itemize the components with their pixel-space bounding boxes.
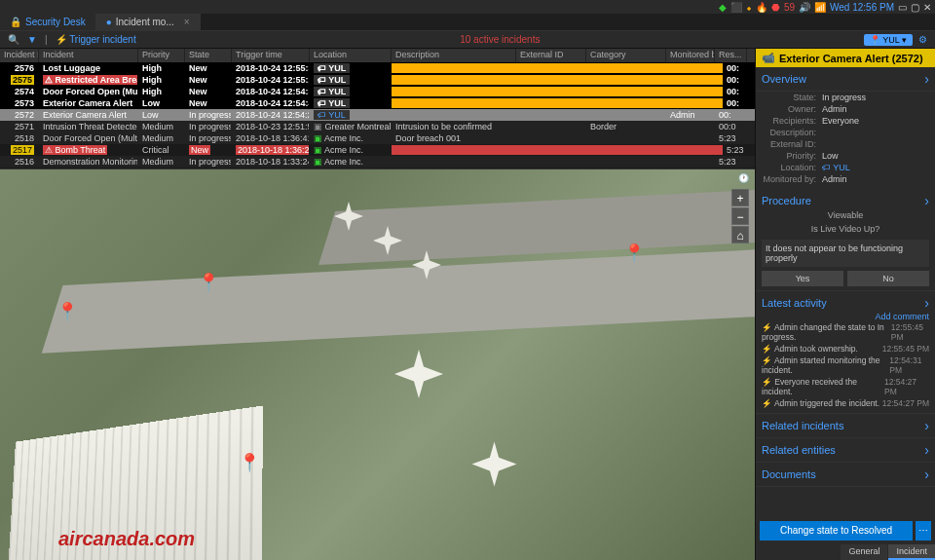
map-pin-yellow[interactable]: 📍: [239, 452, 260, 473]
aircanada-logo: aircanada.com: [58, 528, 195, 550]
os-menubar: ◆⬛⬥🔥⬣59🔊 📶 Wed 12:56 PM ▭▢✕: [0, 0, 935, 14]
alert-header: 📹Exterior Camera Alert (2572): [756, 49, 935, 67]
plane-icon: [409, 247, 444, 282]
clock-text: Wed 12:56 PM: [830, 2, 894, 13]
map-zoom-out[interactable]: −: [731, 207, 749, 225]
location-tag[interactable]: 📍 YUL ▾: [864, 34, 913, 46]
filter-icon[interactable]: ▼: [27, 34, 37, 45]
search-icon[interactable]: 🔍: [8, 34, 19, 45]
change-state-dropdown[interactable]: ⋯: [916, 521, 931, 541]
activity-line: ⚡ Admin took ownership.12:55:45 PM: [762, 343, 929, 355]
section-overview[interactable]: Overview: [756, 67, 935, 92]
tab-incident[interactable]: Incident: [888, 544, 935, 560]
activity-line: ⚡ Admin started monitoring the incident.…: [762, 355, 929, 376]
activity-line: ⚡ Admin changed the state to In progress…: [762, 321, 929, 343]
tab-close-icon[interactable]: ×: [184, 17, 190, 27]
plane-icon: [468, 437, 521, 491]
plane-icon: [331, 199, 366, 234]
map-view[interactable]: aircanada.com 📍 📍 📍 📍 + − ⌂ 🕐: [0, 169, 755, 560]
map-pin-white[interactable]: 📍: [56, 301, 78, 322]
table-row[interactable]: 2575⚠ Restricted Area BreachHighNew2018-…: [0, 74, 755, 86]
section-latest-activity[interactable]: Latest activity Add comment ⚡ Admin chan…: [756, 291, 935, 414]
settings-icon[interactable]: ⚙: [918, 34, 927, 45]
tab-home[interactable]: 🔒Security Desk: [0, 14, 96, 30]
table-row[interactable]: 2573Exterior Camera AlertLowNew2018-10-2…: [0, 97, 755, 109]
table-row[interactable]: 2574Door Forced Open (MultiHighNew2018-1…: [0, 86, 755, 97]
map-zoom-in[interactable]: +: [731, 189, 749, 206]
change-state-button[interactable]: Change state to Resolved: [760, 521, 913, 541]
trigger-incident-button[interactable]: ⚡ Trigger incident: [56, 34, 136, 45]
activity-line: ⚡ Admin triggered the incident.12:54:27 …: [762, 397, 929, 409]
table-row[interactable]: 2576Lost LuggageHighNew2018-10-24 12:55:…: [0, 62, 755, 74]
maximize-icon[interactable]: ▢: [911, 2, 919, 13]
map-clock: 🕐: [738, 173, 749, 183]
incident-grid: Incident ID Incident Priority State Trig…: [0, 49, 755, 169]
tab-bar: 🔒Security Desk ●Incident mo...×: [0, 14, 935, 31]
map-pin-green[interactable]: 📍: [198, 272, 219, 293]
camera-icon: 📹: [762, 52, 775, 64]
tab-general[interactable]: General: [841, 544, 887, 560]
tab-incident-monitor[interactable]: ●Incident mo...×: [96, 14, 201, 30]
yes-button[interactable]: Yes: [762, 271, 843, 286]
section-procedure[interactable]: Procedure Viewable Is Live Video Up? It …: [756, 189, 935, 291]
table-row[interactable]: 2517⚠ Bomb ThreatCriticalNew2018-10-18 1…: [0, 144, 755, 156]
system-tray: ◆⬛⬥🔥⬣59🔊 📶 Wed 12:56 PM ▭▢✕: [719, 2, 931, 13]
activity-line: ⚡ Everyone received the incident.12:54:2…: [762, 376, 929, 397]
no-button[interactable]: No: [847, 271, 929, 286]
minimize-icon[interactable]: ▭: [898, 2, 907, 13]
map-home[interactable]: ⌂: [731, 226, 749, 243]
add-comment-link[interactable]: Add comment: [875, 312, 929, 321]
procedure-note[interactable]: It does not appear to be functioning pro…: [762, 240, 929, 267]
table-row[interactable]: 2571Intrusion Threat DetectedMediumIn pr…: [0, 121, 755, 132]
close-icon[interactable]: ✕: [923, 2, 931, 13]
toolbar: 🔍 ▼ | ⚡ Trigger incident 10 active incid…: [0, 31, 935, 49]
incident-count: 10 active incidents: [144, 34, 856, 45]
section-documents[interactable]: Documents: [756, 463, 935, 487]
plane-icon: [370, 223, 405, 258]
grid-header: Incident ID Incident Priority State Trig…: [0, 49, 755, 62]
detail-panel: 📹Exterior Camera Alert (2572) Overview S…: [755, 49, 935, 560]
table-row[interactable]: 2518Door Forced Open (Multiple AMediumIn…: [0, 132, 755, 144]
table-row[interactable]: 2572Exterior Camera AlertLowIn progress2…: [0, 109, 755, 121]
map-pin-orange[interactable]: 📍: [623, 243, 645, 264]
plane-icon: [390, 345, 448, 403]
dot-icon: ●: [106, 17, 112, 27]
section-related-entities[interactable]: Related entities: [756, 438, 935, 463]
lock-icon: 🔒: [10, 17, 21, 27]
section-related-incidents[interactable]: Related incidents: [756, 414, 935, 438]
table-row[interactable]: 2516Demonstration MonitoringMediumIn pro…: [0, 156, 755, 168]
